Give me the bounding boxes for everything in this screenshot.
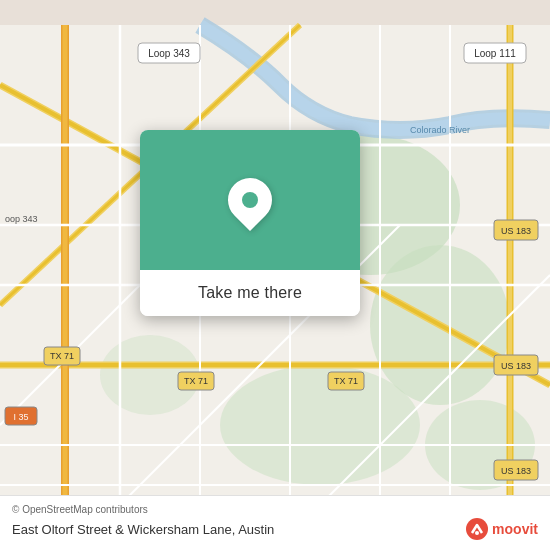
- svg-text:Loop 111: Loop 111: [474, 48, 516, 59]
- take-me-there-button[interactable]: Take me there: [140, 270, 360, 316]
- svg-text:Loop 343: Loop 343: [148, 48, 190, 59]
- card-map-area: [140, 130, 360, 270]
- svg-text:US 183: US 183: [501, 361, 531, 371]
- location-name: East Oltorf Street & Wickersham Lane, Au…: [12, 522, 274, 537]
- map-container: Loop 343 Loop 111 oop 343 Colorado River…: [0, 0, 550, 550]
- svg-text:TX 71: TX 71: [184, 376, 208, 386]
- svg-text:TX 71: TX 71: [334, 376, 358, 386]
- svg-text:US 183: US 183: [501, 466, 531, 476]
- svg-point-3: [220, 365, 420, 485]
- bottom-bar: © OpenStreetMap contributors East Oltorf…: [0, 495, 550, 550]
- svg-text:oop 343: oop 343: [5, 214, 38, 224]
- location-pin-dot: [242, 192, 258, 208]
- moovit-icon: [466, 518, 488, 540]
- location-card: Take me there: [140, 130, 360, 316]
- svg-point-50: [466, 518, 488, 540]
- svg-text:I 35: I 35: [13, 412, 28, 422]
- location-name-row: East Oltorf Street & Wickersham Lane, Au…: [12, 518, 538, 540]
- moovit-text: moovit: [492, 521, 538, 537]
- location-pin: [219, 169, 281, 231]
- copyright-text: © OpenStreetMap contributors: [12, 504, 538, 515]
- svg-text:US 183: US 183: [501, 226, 531, 236]
- moovit-logo: moovit: [466, 518, 538, 540]
- svg-text:TX 71: TX 71: [50, 351, 74, 361]
- svg-point-51: [475, 531, 479, 535]
- svg-text:Colorado River: Colorado River: [410, 125, 470, 135]
